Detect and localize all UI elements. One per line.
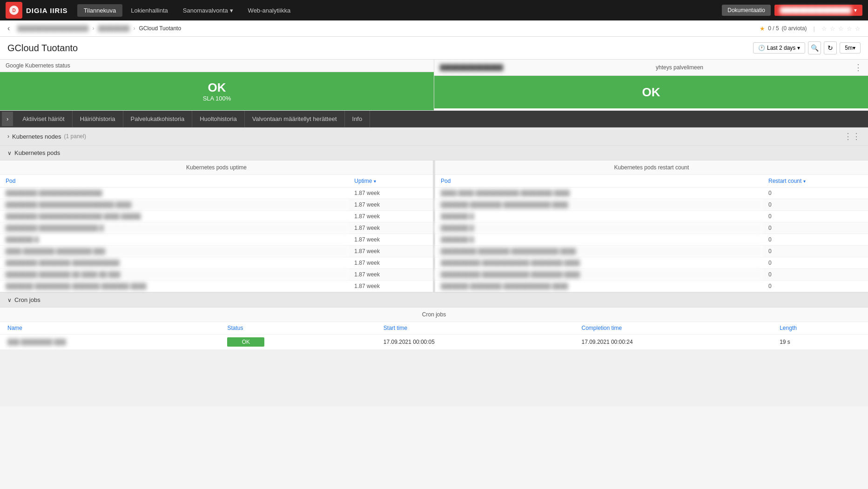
connection-label-blurred: ████████████████: [440, 64, 503, 71]
cron-col-length[interactable]: Length: [772, 322, 868, 335]
cron-col-status[interactable]: Status: [220, 322, 376, 335]
cron-jobs-section-header[interactable]: ∨ Cron jobs: [0, 293, 868, 308]
back-button[interactable]: ‹: [7, 24, 10, 33]
uptime-col-pod[interactable]: Pod: [0, 175, 349, 188]
pod-name: █████████ ████████ ████████████ ████: [435, 246, 763, 257]
pod-name: ██████████ ████████████ ████████ ████: [435, 269, 763, 281]
nav-web-analytiikka[interactable]: Web-analytiikka: [242, 4, 297, 17]
table-row: ███████ █████████ ███████ ███████ ████ 1…: [0, 281, 433, 292]
page-controls: 🕐 Last 2 days ▾ 🔍 ↻ 5m▾: [753, 41, 861, 54]
kubernetes-pods-label: Kubernetes pods: [14, 149, 60, 156]
documentation-button[interactable]: Dokumentaatio: [722, 5, 771, 16]
interval-button[interactable]: 5m▾: [840, 42, 861, 54]
cron-col-completion[interactable]: Completion time: [574, 322, 773, 335]
pod-uptime: 1.87 week: [349, 257, 433, 269]
pod-restart-count: 0: [763, 222, 868, 234]
tab-huoltohistoria[interactable]: Huoltohistoria: [192, 111, 245, 127]
nav-tilannekuva[interactable]: Tilannekuva: [77, 4, 123, 17]
breadcrumb-item-2[interactable]: ████████: [98, 25, 129, 32]
logo-area[interactable]: D DIGIA IIRIS: [6, 2, 68, 19]
time-range-button[interactable]: 🕐 Last 2 days ▾: [753, 42, 805, 54]
pod-name: ████ ████ ███████████ ████████ ████: [435, 188, 763, 199]
grid-icon[interactable]: ⋮⋮: [844, 132, 861, 141]
tab-hairiohistoria[interactable]: Häiriöhistoria: [73, 111, 123, 127]
zoom-button[interactable]: 🔍: [808, 41, 821, 54]
env-selector-button[interactable]: ██████████████████ ▾: [774, 5, 862, 16]
cron-col-start[interactable]: Start time: [376, 322, 574, 335]
pod-name: ███████ █: [435, 211, 763, 222]
tab-valvontaan[interactable]: Valvontaan määritellyt herätteet: [245, 111, 345, 127]
star-4[interactable]: ☆: [847, 25, 852, 32]
tab-palvelukatkohistoria[interactable]: Palvelukatkohistoria: [123, 111, 193, 127]
pod-uptime: 1.87 week: [349, 199, 433, 211]
logo-icon: D: [6, 2, 22, 19]
chevron-down-icon: ▾: [797, 45, 800, 51]
restart-col-count[interactable]: Restart count ▾: [763, 175, 868, 188]
pod-restart-count: 0: [763, 211, 868, 222]
table-row: ████ ████ ███████████ ████████ ████ 0: [435, 188, 868, 199]
cron-col-name[interactable]: Name: [0, 322, 220, 335]
table-row: ████████ ████████ ██ ████ ██ ███ 1.87 we…: [0, 269, 433, 281]
cron-length: 19 s: [772, 335, 868, 350]
star-1[interactable]: ☆: [821, 25, 827, 32]
search-icon: 🔍: [811, 44, 819, 52]
pod-restart-count: 0: [763, 234, 868, 246]
cron-chevron-icon: ∨: [7, 297, 12, 303]
breadcrumb-current: GCloud Tuotanto: [139, 25, 181, 32]
cron-completion-time: 17.09.2021 00:00:24: [574, 335, 773, 350]
pod-uptime: 1.87 week: [349, 211, 433, 222]
kubernetes-nodes-section-header[interactable]: › Kubernetes nodes (1 panel) ⋮⋮: [0, 127, 868, 146]
nodes-header-right: ⋮⋮: [844, 131, 861, 141]
panel-menu-button[interactable]: ⋮: [854, 62, 862, 73]
nav-items: Tilannekuva Lokienhallinta Sanomavalvont…: [77, 4, 722, 17]
breadcrumb-item-1[interactable]: ██████████████████: [17, 25, 88, 32]
pod-name: ████████ ███████████████ █: [0, 222, 349, 234]
kubernetes-sla-text: SLA 100%: [203, 95, 231, 102]
table-row: ███████ █ 0: [435, 234, 868, 246]
star-2[interactable]: ☆: [830, 25, 835, 32]
dropdown-icon: ▾: [230, 7, 233, 14]
page-title: GCloud Tuotanto: [7, 43, 78, 54]
nav-lokienhallinta[interactable]: Lokienhallinta: [124, 4, 175, 17]
pod-restart-count: 0: [763, 257, 868, 269]
restart-col-pod[interactable]: Pod: [435, 175, 763, 188]
status-panel-connection: ████████████████ yhteys palvelimeen ⋮ OK: [434, 60, 868, 110]
restart-table: Pod Restart count ▾ ████ ████ ██████████…: [435, 175, 868, 292]
pod-uptime: 1.87 week: [349, 234, 433, 246]
star-filled: ★: [760, 25, 765, 32]
pod-name: ████████ ████████████████ ████ █████: [0, 211, 349, 222]
uptime-col-uptime[interactable]: Uptime ▾: [349, 175, 433, 188]
tab-info[interactable]: Info: [345, 111, 370, 127]
uptime-table-body: ████████ ████████████████ 1.87 week ████…: [0, 188, 433, 292]
table-row: ████ ████████ █████████ ███ 1.87 week: [0, 246, 433, 257]
rating-score: 0 / 5: [768, 25, 779, 32]
kubernetes-status-label: Google Kubernetes status: [6, 62, 70, 69]
clock-icon: 🕐: [758, 45, 765, 51]
pod-name: ████████ ████████ ████████████: [0, 257, 349, 269]
env-dropdown-icon: ▾: [854, 7, 857, 13]
star-5[interactable]: ☆: [855, 25, 861, 32]
table-row: ███████ ████████ ████████████ ████ 0: [435, 281, 868, 292]
pod-uptime: 1.87 week: [349, 269, 433, 281]
tab-expand-button[interactable]: ›: [2, 112, 13, 126]
star-3[interactable]: ☆: [838, 25, 844, 32]
kubernetes-nodes-label: Kubernetes nodes: [12, 133, 61, 140]
pods-restart-panel: Kubernetes pods restart count Pod Restar…: [435, 161, 868, 292]
status-panel-connection-header: ████████████████ yhteys palvelimeen ⋮: [434, 60, 868, 76]
logo-text: DIGIA IIRIS: [26, 7, 68, 14]
pod-restart-count: 0: [763, 281, 868, 292]
refresh-button[interactable]: ↻: [824, 41, 837, 54]
pod-name: ██████████ ████████████ ████████ ████: [435, 257, 763, 269]
nodes-panel-count: (1 panel): [64, 133, 86, 140]
uptime-table: Pod Uptime ▾ ████████ ████████████████ 1…: [0, 175, 433, 292]
pod-restart-count: 0: [763, 246, 868, 257]
nav-right: Dokumentaatio ██████████████████ ▾: [722, 5, 862, 16]
kubernetes-pods-section-header[interactable]: ∨ Kubernetes pods: [0, 146, 868, 161]
status-panel-connection-body: OK: [434, 76, 868, 108]
status-panel-kubernetes: Google Kubernetes status OK SLA 100%: [0, 60, 434, 110]
cron-start-time: 17.09.2021 00:00:05: [376, 335, 574, 350]
nav-sanomavalvonta[interactable]: Sanomavalvonta ▾: [176, 4, 240, 17]
tab-aktiiviset-hairiot[interactable]: Aktiiviset häiriöt: [15, 111, 72, 127]
top-navigation: D DIGIA IIRIS Tilannekuva Lokienhallinta…: [0, 0, 868, 20]
pod-name: ███████ ████████ ████████████ ████: [435, 281, 763, 292]
